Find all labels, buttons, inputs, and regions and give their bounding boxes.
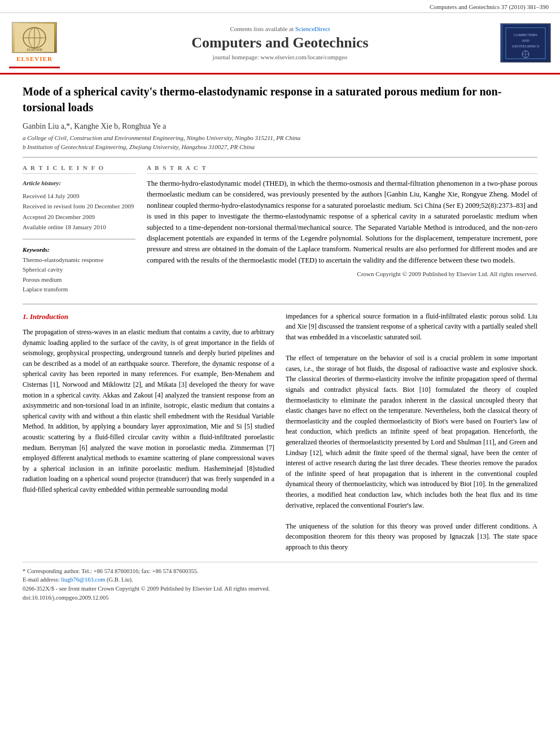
body-para-2: impedances for a spherical source format… [286, 311, 537, 343]
authors-text: Ganbin Liu a,*, Kanghe Xie b, Ronghua Ye… [23, 122, 166, 130]
sciencedirect-line: Contents lists available at ScienceDirec… [65, 25, 495, 32]
abstract-column: A B S T R A C T The thermo-hydro-elastod… [147, 164, 537, 295]
elsevier-logo-image: ELSEVIER [12, 22, 57, 53]
received-date: Received 14 July 2009 [23, 191, 135, 201]
body-section: 1. Introduction The propagation of stres… [23, 311, 537, 553]
keyword-1: Thermo-elastodynamic response [23, 255, 135, 265]
email-suffix: (G.B. Liu). [107, 576, 133, 583]
email-label: E-mail address: [23, 576, 60, 583]
revised-date: Received in revised form 20 December 200… [23, 202, 135, 211]
history-label: Article history: [23, 178, 135, 188]
section-1-heading: 1. Introduction [23, 311, 274, 322]
article-title: Mode of a spherical cavity's thermo-elas… [23, 84, 537, 115]
svg-text:COMPUTERS: COMPUTERS [514, 33, 537, 37]
keyword-2: Spherical cavity [23, 265, 135, 275]
online-date: Available online 18 January 2010 [23, 222, 135, 232]
body-para-4: The uniqueness of the solution for this … [286, 521, 537, 553]
divider-keywords [23, 239, 135, 239]
keywords-section: Keywords: Thermo-elastodynamic response … [23, 246, 135, 295]
affiliation-b: b Institution of Geotechnical Engineerin… [23, 143, 537, 150]
svg-text:AND: AND [522, 39, 530, 42]
copyright-line: Crown Copyright © 2009 Published by Else… [147, 270, 537, 277]
elsevier-logo-block: ELSEVIER ELSEVIER [9, 18, 60, 68]
email-link[interactable]: liugb76@163.com [61, 576, 105, 583]
journal-title: Computers and Geotechnics [65, 34, 495, 51]
article-history-block: Article history: Received 14 July 2009 R… [23, 178, 135, 232]
article-content: Mode of a spherical cavity's thermo-elas… [0, 75, 560, 611]
divider-1 [23, 157, 537, 158]
svg-text:GEOTECHNICS: GEOTECHNICS [512, 44, 540, 49]
journal-center-block: Contents lists available at ScienceDirec… [65, 25, 495, 60]
keywords-label: Keywords: [23, 246, 135, 253]
footnote-star: * Corresponding author. Tel.: +86 574 87… [23, 567, 537, 576]
journal-logo-right: COMPUTERS AND GEOTECHNICS [500, 23, 551, 63]
abstract-label: A B S T R A C T [147, 164, 537, 174]
article-info-label: A R T I C L E I N F O [23, 164, 135, 174]
keyword-3: Porous medium [23, 275, 135, 285]
divider-body [23, 304, 537, 304]
authors-line: Ganbin Liu a,*, Kanghe Xie b, Ronghua Ye… [23, 122, 537, 131]
citation-bar: Computers and Geotechnics 37 (2010) 381–… [0, 0, 560, 13]
body-col-left: 1. Introduction The propagation of stres… [23, 311, 274, 553]
doi-line: doi:10.1016/j.compgeo.2009.12.005 [23, 593, 537, 602]
sciencedirect-link[interactable]: ScienceDirect [295, 25, 330, 32]
footnote-email: E-mail address: liugb76@163.com (G.B. Li… [23, 575, 537, 584]
journal-homepage: journal homepage: www.elsevier.com/locat… [65, 54, 495, 60]
copyright-footer: 0266-352X/$ - see front matter Crown Cop… [23, 584, 537, 593]
svg-text:ELSEVIER: ELSEVIER [27, 48, 42, 51]
keyword-4: Laplace transform [23, 285, 135, 295]
elsevier-wordmark: ELSEVIER [16, 55, 53, 62]
accepted-date: Accepted 20 December 2009 [23, 212, 135, 222]
citation-text: Computers and Geotechnics 37 (2010) 381–… [430, 3, 549, 10]
body-col-right: impedances for a spherical source format… [286, 311, 537, 553]
affiliation-a: a College of Civil, Construction and Env… [23, 134, 537, 141]
info-abstract-section: A R T I C L E I N F O Article history: R… [23, 164, 537, 295]
abstract-text: The thermo-hydro-elastodynamic model (TH… [147, 178, 537, 266]
body-para-1: The propagation of stress-waves in an el… [23, 327, 274, 495]
journal-header: ELSEVIER ELSEVIER Contents lists availab… [0, 13, 560, 75]
body-para-3: The effect of temperature on the behavio… [286, 353, 537, 510]
article-info-column: A R T I C L E I N F O Article history: R… [23, 164, 135, 295]
footnote-area: * Corresponding author. Tel.: +86 574 87… [23, 562, 537, 602]
